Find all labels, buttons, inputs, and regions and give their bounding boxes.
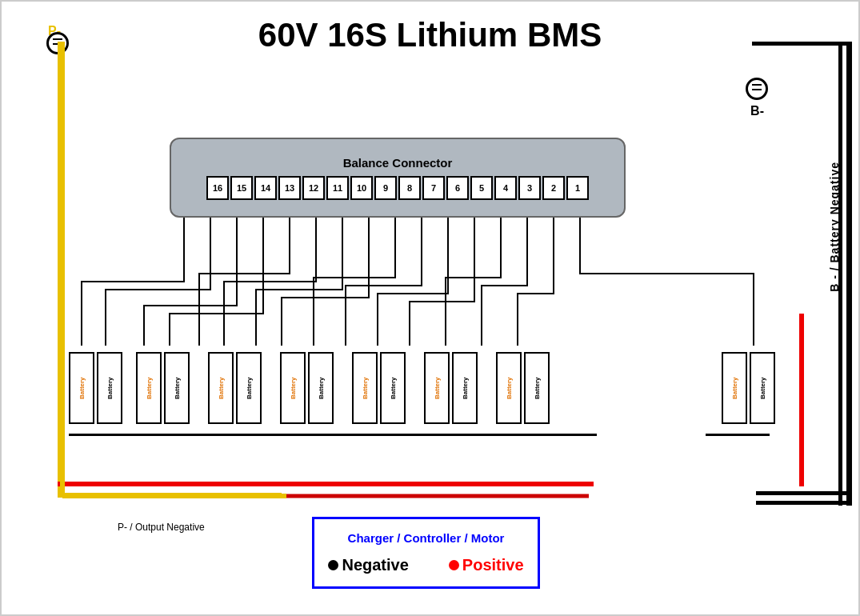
battery-group-3: Battery Battery <box>208 352 262 424</box>
wire-red-horizontal <box>58 482 594 486</box>
battery-cell-5a: Battery <box>352 352 378 424</box>
p-output-label: P- / Output Negative <box>118 522 205 533</box>
battery-cell-3b: Battery <box>236 352 262 424</box>
battery-group-4: Battery Battery <box>280 352 334 424</box>
wire-left-border <box>61 42 64 490</box>
page-title: 60V 16S Lithium BMS <box>2 16 858 54</box>
battery-group-1: Battery Battery <box>69 352 122 424</box>
balance-pin-6: 6 <box>446 176 469 200</box>
wire-black-right-outer <box>846 42 852 506</box>
battery-cell-8a: Battery <box>722 352 747 424</box>
battery-group-7: Battery Battery <box>496 352 550 424</box>
negative-label: Negative <box>342 556 408 574</box>
battery-cell-1b: Battery <box>97 352 122 424</box>
wire-black-bottom-h2 <box>756 491 852 495</box>
b-minus-label: B- <box>750 104 764 118</box>
balance-pin-3: 3 <box>518 176 541 200</box>
balance-pin-8: 8 <box>398 176 421 200</box>
battery-group-6: Battery Battery <box>424 352 478 424</box>
battery-cell-5b: Battery <box>380 352 406 424</box>
battery-cell-4b: Battery <box>308 352 334 424</box>
positive-label: Positive <box>462 556 524 574</box>
battery-cell-3a: Battery <box>208 352 234 424</box>
battery-cell-6b: Battery <box>452 352 478 424</box>
battery-group-2: Battery Battery <box>136 352 190 424</box>
wire-red-vertical <box>799 314 804 486</box>
battery-group-8: Battery Battery <box>722 352 775 424</box>
balance-pin-5: 5 <box>470 176 493 200</box>
rail-bottom-left <box>69 434 597 436</box>
charger-box: Charger / Controller / Motor Negative Po… <box>312 517 540 589</box>
battery-cell-1a: Battery <box>69 352 94 424</box>
b-terminal-line1 <box>752 84 762 86</box>
battery-cell-2b: Battery <box>164 352 190 424</box>
b-terminal-line2 <box>752 89 762 90</box>
battery-cell-2a: Battery <box>136 352 162 424</box>
balance-pin-4: 4 <box>494 176 517 200</box>
balance-pin-2: 2 <box>542 176 565 200</box>
battery-cell-7a: Battery <box>496 352 522 424</box>
diagram: 60V 16S Lithium BMS P- B- B - / Battery … <box>0 0 860 616</box>
battery-cell-6a: Battery <box>424 352 450 424</box>
negative-dot <box>328 560 338 570</box>
positive-dot <box>449 560 459 570</box>
wire-black-right-inner <box>838 42 842 506</box>
balance-pin-14: 14 <box>254 176 277 200</box>
balance-pin-13: 13 <box>278 176 301 200</box>
balance-pins: 16151413121110987654321 <box>206 176 589 200</box>
balance-pin-11: 11 <box>326 176 349 200</box>
balance-pin-12: 12 <box>302 176 325 200</box>
charger-label: Charger / Controller / Motor <box>348 531 505 545</box>
balance-pin-9: 9 <box>374 176 397 200</box>
terminal-line1 <box>53 38 62 40</box>
balance-pin-10: 10 <box>350 176 373 200</box>
balance-connector: Balance Connector 1615141312111098765432… <box>170 138 626 218</box>
balance-pin-1: 1 <box>566 176 589 200</box>
wire-black-top-h <box>752 42 852 46</box>
battery-group-5: Battery Battery <box>352 352 406 424</box>
balance-pin-16: 16 <box>206 176 229 200</box>
wire-black-bottom-h1 <box>756 501 852 505</box>
battery-cell-7b: Battery <box>524 352 550 424</box>
battery-cell-4a: Battery <box>280 352 306 424</box>
balance-pin-7: 7 <box>422 176 445 200</box>
balance-connector-title: Balance Connector <box>343 156 453 170</box>
balance-pin-15: 15 <box>230 176 253 200</box>
battery-cell-8b: Battery <box>750 352 775 424</box>
wire-yellow-horizontal <box>58 493 282 498</box>
rail-bottom-right <box>706 434 770 436</box>
